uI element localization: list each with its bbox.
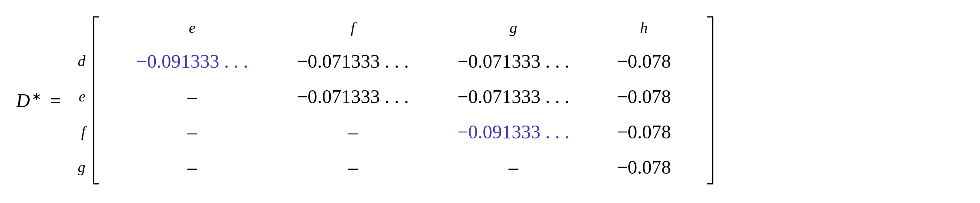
cell-2-0: –	[112, 121, 273, 143]
cell-2-1: –	[273, 121, 433, 143]
right-bracket	[706, 16, 713, 185]
cell-3-1: –	[273, 156, 433, 178]
matrix-body: e f g h −0.091333 . . . −0.071333 . . . …	[93, 16, 713, 185]
row-label-3: g	[78, 149, 86, 185]
lhs-base: D	[16, 90, 30, 111]
matrix-row-3: – – – −0.078	[112, 149, 694, 185]
cell-0-3: −0.078	[594, 50, 694, 72]
row-labels: d e f g	[78, 16, 86, 185]
cell-1-3: −0.078	[594, 85, 694, 108]
cell-1-1: −0.071333 . . .	[273, 85, 433, 108]
lhs-symbol: D∗	[16, 89, 41, 112]
matrix-content: e f g h −0.091333 . . . −0.071333 . . . …	[100, 16, 706, 185]
cell-3-2: –	[433, 156, 594, 178]
row-label-2: f	[81, 114, 86, 149]
matrix-row-0: −0.091333 . . . −0.071333 . . . −0.07133…	[112, 43, 694, 79]
cell-1-0: –	[112, 85, 273, 108]
matrix-wrapper: d e f g e f g h −0.091333 . . .	[78, 16, 713, 185]
equals-sign: =	[50, 89, 61, 112]
cell-0-2: −0.071333 . . .	[433, 50, 594, 72]
col-header-2: g	[433, 19, 594, 41]
cell-0-0: −0.091333 . . .	[112, 50, 273, 72]
cell-0-1: −0.071333 . . .	[273, 50, 433, 72]
equation: D∗ = d e f g e f g h	[16, 16, 964, 185]
lhs-superscript: ∗	[32, 90, 41, 103]
lhs-container: D∗ =	[16, 89, 70, 112]
col-header-1: f	[273, 19, 433, 41]
matrix-row-1: – −0.071333 . . . −0.071333 . . . −0.078	[112, 79, 694, 114]
cell-2-3: −0.078	[594, 121, 694, 143]
cell-2-2: −0.091333 . . .	[433, 121, 594, 143]
col-headers: e f g h	[112, 16, 694, 43]
col-header-0: e	[112, 19, 273, 41]
left-bracket	[93, 16, 100, 185]
matrix-row-2: – – −0.091333 . . . −0.078	[112, 114, 694, 149]
row-label-1: e	[79, 79, 86, 114]
row-label-0: d	[78, 43, 86, 79]
cell-3-3: −0.078	[594, 156, 694, 178]
cell-1-2: −0.071333 . . .	[433, 85, 594, 108]
col-header-3: h	[594, 19, 694, 41]
cell-3-0: –	[112, 156, 273, 178]
